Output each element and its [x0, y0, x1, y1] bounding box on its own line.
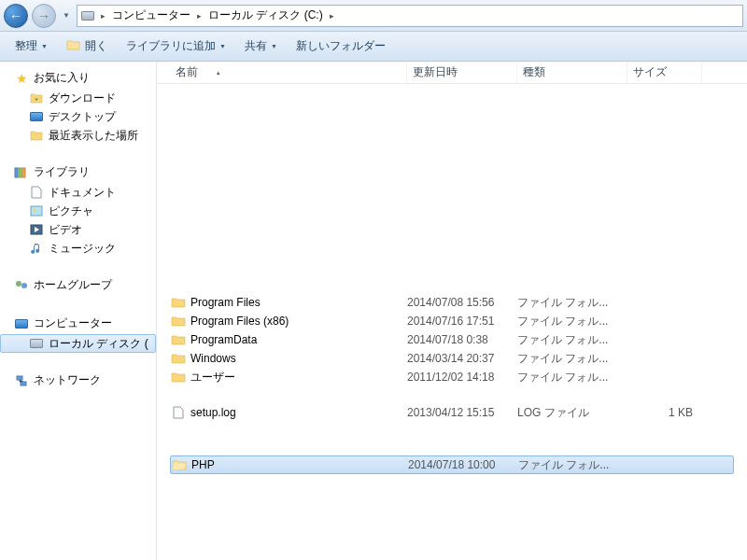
homegroup-icon: [13, 278, 30, 293]
folder-icon: [170, 295, 187, 310]
svg-point-6: [16, 281, 21, 287]
svg-rect-2: [22, 168, 25, 177]
back-arrow-icon: ←: [9, 8, 22, 23]
history-dropdown[interactable]: ▼: [60, 7, 73, 25]
star-icon: ★: [13, 71, 30, 86]
drive-icon: [79, 7, 96, 24]
sidebar-item-music[interactable]: ミュージック: [0, 239, 156, 258]
column-date[interactable]: 更新日時: [407, 62, 517, 83]
library-icon: [13, 165, 30, 180]
forward-button[interactable]: →: [32, 4, 56, 28]
download-icon: [28, 91, 45, 105]
navigation-bar: ← → ▼ ▸ コンピューター ▸ ローカル ディスク (C:) ▸: [0, 0, 747, 32]
chevron-right-icon[interactable]: ▸: [98, 11, 108, 21]
sidebar-item-downloads[interactable]: ダウンロード: [0, 89, 156, 107]
svg-point-7: [21, 283, 27, 288]
desktop-icon: [28, 109, 45, 124]
list-item[interactable]: Program Files2014/07/08 15:56ファイル フォル...: [170, 293, 734, 312]
sidebar-item-documents[interactable]: ドキュメント: [0, 183, 156, 202]
chevron-right-icon[interactable]: ▸: [327, 11, 337, 21]
folder-icon: [170, 314, 187, 329]
computer-group[interactable]: コンピューター: [0, 313, 156, 334]
list-item[interactable]: Program Files (x86)2014/07/16 17:51ファイル …: [170, 312, 734, 330]
favorites-group[interactable]: ★お気に入り: [0, 67, 156, 89]
music-icon: [28, 241, 45, 256]
sidebar-item-desktop[interactable]: デスクトップ: [0, 107, 156, 126]
open-button[interactable]: 開く: [59, 35, 115, 58]
network-group[interactable]: ネットワーク: [0, 370, 156, 391]
libraries-group[interactable]: ライブラリ: [0, 161, 156, 183]
svg-point-4: [34, 209, 36, 212]
main-area: ★お気に入り ダウンロード デスクトップ 最近表示した場所 ライブラリ ドキュメ…: [0, 62, 747, 560]
file-list[interactable]: Program Files2014/07/08 15:56ファイル フォル...…: [157, 84, 747, 560]
breadcrumb-segment[interactable]: ローカル ディスク (C:): [204, 6, 327, 26]
command-bar: 整理▼ 開く ライブラリに追加▼ 共有▼ 新しいフォルダー: [0, 32, 747, 62]
file-view: 名前▴ 更新日時 種類 サイズ Program Files2014/07/08 …: [157, 62, 747, 560]
svg-rect-0: [15, 168, 18, 177]
new-folder-button[interactable]: 新しいフォルダー: [289, 35, 393, 58]
document-icon: [28, 185, 45, 200]
recent-icon: [28, 128, 45, 143]
list-item[interactable]: setup.log2013/04/12 15:15LOG ファイル1 KB: [170, 403, 734, 422]
sort-indicator-icon: ▴: [217, 69, 220, 77]
column-headers: 名前▴ 更新日時 種類 サイズ: [157, 62, 747, 84]
folder-open-icon: [66, 38, 81, 54]
folder-icon: [170, 370, 187, 385]
svg-rect-8: [17, 376, 22, 380]
svg-rect-3: [31, 206, 42, 216]
folder-icon: [170, 351, 187, 366]
list-item[interactable]: PHP2014/07/18 10:00ファイル フォル...: [170, 455, 734, 474]
organize-menu[interactable]: 整理▼: [7, 35, 55, 58]
back-button[interactable]: ←: [4, 4, 28, 28]
computer-icon: [13, 316, 30, 331]
video-icon: [28, 222, 45, 237]
share-menu[interactable]: 共有▼: [237, 35, 285, 58]
drive-icon: [28, 336, 45, 351]
list-item[interactable]: ユーザー2011/12/02 14:18ファイル フォル...: [170, 368, 734, 386]
column-size[interactable]: サイズ: [627, 62, 702, 83]
folder-icon: [170, 332, 187, 347]
picture-icon: [28, 203, 45, 218]
forward-arrow-icon: →: [37, 8, 50, 23]
chevron-down-icon: ▼: [41, 43, 48, 49]
list-item[interactable]: Windows2014/03/14 20:37ファイル フォル...: [170, 349, 734, 368]
folder-open-icon: [171, 457, 188, 472]
sidebar-item-pictures[interactable]: ピクチャ: [0, 202, 156, 220]
svg-rect-9: [21, 382, 26, 385]
svg-rect-1: [19, 168, 21, 177]
column-name[interactable]: 名前▴: [170, 62, 407, 83]
chevron-down-icon: ▼: [219, 43, 226, 49]
chevron-right-icon[interactable]: ▸: [194, 11, 204, 21]
sidebar-item-videos[interactable]: ビデオ: [0, 220, 156, 239]
address-bar[interactable]: ▸ コンピューター ▸ ローカル ディスク (C:) ▸: [77, 5, 743, 27]
homegroup-group[interactable]: ホームグループ: [0, 274, 156, 296]
navigation-pane: ★お気に入り ダウンロード デスクトップ 最近表示した場所 ライブラリ ドキュメ…: [0, 62, 157, 560]
file-icon: [170, 405, 187, 420]
chevron-down-icon: ▼: [271, 43, 277, 49]
sidebar-item-local-disk[interactable]: ローカル ディスク (: [0, 334, 156, 353]
list-item[interactable]: ProgramData2014/07/18 0:38ファイル フォル...: [170, 330, 734, 349]
sidebar-item-recent[interactable]: 最近表示した場所: [0, 126, 156, 145]
breadcrumb-segment[interactable]: コンピューター: [108, 6, 194, 26]
column-type[interactable]: 種類: [517, 62, 627, 83]
network-icon: [13, 373, 30, 388]
add-to-library-menu[interactable]: ライブラリに追加▼: [119, 35, 233, 58]
